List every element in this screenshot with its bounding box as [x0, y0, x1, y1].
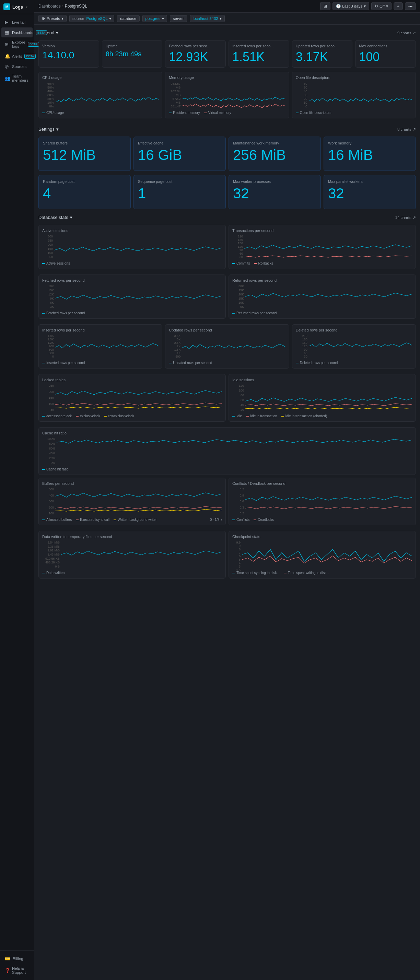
mwp-label: Max worker processes	[233, 180, 317, 184]
stat-value-version: 14.10.0	[42, 50, 95, 61]
data-written-chart: Data written to temporary files per seco…	[38, 531, 226, 579]
cpu-chart-plot	[56, 82, 159, 109]
sidebar-item-live-tail[interactable]: ▶ Live tail	[2, 17, 33, 27]
work-mem-label: Work memory	[328, 141, 411, 145]
source-key: source	[72, 16, 84, 21]
add-button[interactable]: +	[394, 2, 403, 10]
returned-rows-legend: Returned rows per second	[232, 311, 412, 315]
updated-rows-plot	[182, 334, 285, 359]
openfd-chart-title: Open file descriptors	[296, 75, 412, 80]
database-chevron-icon: ▾	[162, 16, 164, 21]
more-icon: •••	[408, 4, 412, 8]
returned-rows-plot	[245, 285, 412, 310]
idle-sessions-yaxis: 12010080604020	[232, 384, 245, 411]
database-filter[interactable]: postgres ▾	[142, 15, 167, 22]
locked-tables-plot	[55, 384, 222, 412]
help-icon: ❓	[5, 968, 10, 973]
checkpoint-stats-title: Checkpoint stats	[232, 535, 412, 539]
buffers-title: Buffers per second	[42, 481, 222, 485]
deleted-rows-plot	[309, 334, 412, 359]
sidebar-item-team-members[interactable]: 👥 Team members	[2, 72, 33, 85]
breadcrumb-parent[interactable]: Dashboards	[38, 4, 61, 9]
sidebar-item-sources[interactable]: ◎ Sources	[2, 61, 33, 72]
sidebar-item-help[interactable]: ❓ Help & Support	[2, 964, 33, 977]
db-charts-row3: Inserted rows per second 1.8K1.5K1.2K900…	[38, 324, 416, 371]
db-stats-title[interactable]: Database stats ▾	[38, 215, 72, 220]
cpu-yaxis: 60% 50% 40% 30% 20% 10% 0%	[42, 82, 55, 103]
returned-rows-yaxis: 30K25K20K15K10K5K	[232, 285, 245, 309]
inserted-rows-legend: Inserted rows per second	[42, 361, 159, 365]
general-section-header: General ▾ 9 charts ↗	[38, 29, 416, 37]
openfd-legend: Open file descriptors	[296, 111, 412, 115]
stat-label-max-conn: Max connections	[359, 44, 412, 48]
transactions-chart-area: 210180150120906030	[232, 235, 412, 260]
alerts-badge: BETA	[24, 54, 36, 59]
data-written-yaxis: 3.54 MiB2.36 MiB1.91 MiB1.43 MiB910.56 K…	[42, 541, 61, 568]
fetched-rows-sparkline	[55, 285, 222, 309]
sidebar-item-billing[interactable]: 💳 Billing	[2, 954, 33, 964]
server-label-pill: server	[170, 15, 187, 22]
buffers-legend: Allocated buffers Executed fsync call Wr…	[42, 518, 157, 522]
data-written-title: Data written to temporary files per seco…	[42, 535, 222, 539]
active-sessions-chart-area: 30025020015010050	[42, 235, 222, 260]
stat-value-inserted: 1.51K	[232, 50, 285, 64]
server-filter[interactable]: localhost:5432 ▾	[190, 15, 225, 22]
source-chevron-icon: ▾	[109, 16, 111, 21]
idle-sessions-title: Idle sessions	[232, 378, 412, 382]
sidebar-logo[interactable]: M Logs ▾	[0, 0, 34, 14]
buffers-nav-icon[interactable]: ›	[221, 518, 222, 522]
stat-card-fetched: Fetched rows per seco... 12.93K	[165, 40, 226, 68]
openfd-chart-plot	[310, 82, 412, 109]
deleted-rows-sparkline	[309, 334, 412, 358]
memory-yaxis: 953.87 MB 762.84 MB 572.2 MB 381.47 MB 1…	[169, 82, 182, 103]
cache-hit-ratio-area: 100%80%60%40%20%0%	[42, 437, 412, 466]
buffers-yaxis: 500400300200100	[42, 488, 55, 515]
more-button[interactable]: •••	[405, 2, 416, 10]
cpu-chart-title: CPU usage	[42, 75, 159, 80]
cache-hit-ratio-legend: Cache hit ratio	[42, 467, 412, 471]
sidebar-item-alerts[interactable]: 🔔 Alerts BETA	[2, 51, 33, 61]
time-range-button[interactable]: 🕐 Last 3 days ▾	[332, 2, 369, 10]
stat-label-version: Version	[42, 44, 95, 48]
mpw-label: Max parallel workers	[328, 180, 411, 184]
deleted-rows-legend: Deleted rows per second	[296, 361, 412, 365]
db-stats-label: Database stats	[38, 215, 68, 220]
db-charts-row2: Fetched rows per second 18K15K12K9K6K3K …	[38, 275, 416, 321]
cache-hit-ratio-sparkline	[57, 437, 412, 465]
presets-button[interactable]: ⚙ Presets ▾	[38, 15, 67, 22]
cache-hit-ratio-chart: Cache hit ratio 100%80%60%40%20%0% Cache…	[38, 427, 416, 475]
buffers-area: 500400300200100	[42, 488, 222, 516]
stat-card-updated: Updated rows per seco... 3.17K	[292, 40, 353, 68]
spc-label: Sequence page cost	[138, 180, 221, 184]
main-content: Dashboards › PostgreSQL ⊞ 🕐 Last 3 days …	[34, 0, 420, 980]
grid-view-button[interactable]: ⊞	[320, 2, 331, 10]
buffers-plot	[55, 488, 222, 516]
settings-label: Settings	[38, 127, 54, 132]
transactions-yaxis: 210180150120906030	[232, 235, 244, 259]
source-filter[interactable]: source PostgreSQL ▾	[69, 15, 114, 22]
refresh-chevron-icon: ▾	[386, 4, 388, 9]
deleted-rows-area: 210180150120906030	[296, 334, 412, 359]
logo-text: Logs	[12, 5, 23, 10]
time-range-label: Last 3 days	[342, 4, 362, 8]
settings-count-icon: ↗	[412, 127, 416, 131]
work-mem-value: 16 MiB	[328, 148, 411, 162]
sidebar-item-explore-logs[interactable]: ⊞ Explore logs BETA	[2, 38, 33, 51]
refresh-label: Off	[380, 4, 385, 8]
refresh-button[interactable]: ↻ Off ▾	[371, 2, 391, 10]
rpc-label: Random page cost	[43, 180, 126, 184]
shared-buffers-value: 512 MiB	[43, 148, 126, 162]
sidebar-item-label: Dashboards	[12, 30, 33, 35]
settings-title[interactable]: Settings ▾	[38, 127, 59, 132]
buffers-page: 0 · 1/3	[210, 518, 220, 522]
maint-work-mem-label: Maintainance work memory	[233, 141, 317, 145]
stat-card-inserted: Inserted rows per seco... 1.51K	[229, 40, 289, 68]
settings-count: 8 charts ↗	[397, 127, 416, 132]
breadcrumb-current: PostgreSQL	[65, 4, 87, 9]
content-area: General ▾ 9 charts ↗ Version 14.10.0 Upt…	[34, 25, 420, 980]
updated-rows-yaxis: 3.5K3K2.5K2K1.5K1K500	[169, 334, 182, 358]
inserted-rows-chart: Inserted rows per second 1.8K1.5K1.2K900…	[38, 324, 162, 369]
db-charts-row6: Data written to temporary files per seco…	[38, 531, 416, 581]
sidebar-item-dashboards[interactable]: ▦ Dashboards BETA	[2, 27, 33, 37]
returned-rows-area: 30K25K20K15K10K5K	[232, 285, 412, 310]
